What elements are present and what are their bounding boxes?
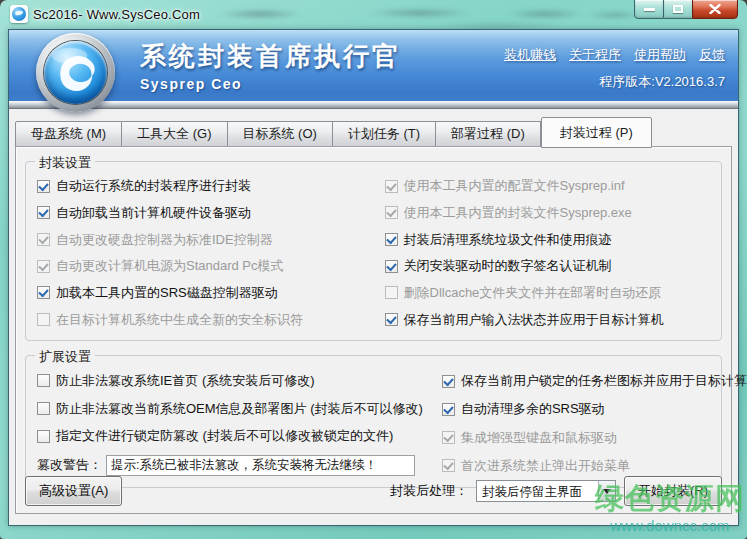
checkbox-row: 在目标计算机系统中生成全新的安全标识符 bbox=[37, 310, 366, 330]
brand-logo-icon bbox=[36, 33, 115, 112]
app-subtitle: Sysprep Ceo bbox=[140, 76, 401, 92]
group-title: 扩展设置 bbox=[35, 348, 95, 366]
minimize-button[interactable] bbox=[634, 0, 664, 19]
checkbox-label: 防止非法篡改系统IE首页 (系统安装后可修改) bbox=[56, 372, 315, 390]
checkbox-row[interactable]: 保存当前用户锁定的任务栏图标并应用于目标计算机 bbox=[442, 371, 747, 391]
checkbox-row[interactable]: 指定文件进行锁定防篡改 (封装后不可以修改被锁定的文件) bbox=[37, 426, 423, 446]
checkbox-label: 在目标计算机系统中生成全新的安全标识符 bbox=[56, 311, 303, 329]
checkbox-row: 集成增强型键盘和鼠标驱动 bbox=[442, 428, 747, 448]
app-title: 系统封装首席执行官 bbox=[140, 39, 401, 74]
checkbox-icon bbox=[37, 374, 50, 387]
tab-item[interactable]: 部署过程 (D) bbox=[436, 121, 541, 147]
app-icon bbox=[10, 5, 28, 23]
group-title: 封装设置 bbox=[35, 154, 95, 172]
checkbox-row: 使用本工具内置的封装文件Sysprep.exe bbox=[385, 203, 714, 223]
checkbox-row: 删除Dllcache文件夹文件并在部署时自动还原 bbox=[385, 283, 714, 303]
checkbox-row: 自动更改计算机电源为Standard Pc模式 bbox=[37, 256, 366, 276]
tab-item[interactable]: 母盘系统 (M) bbox=[15, 121, 122, 147]
footer-bar: 高级设置(A) 封装后处理： 封装后停留主界面 开始封装(R) bbox=[25, 473, 722, 509]
checkbox-row[interactable]: 自动清理多余的SRS驱动 bbox=[442, 399, 747, 419]
start-package-button[interactable]: 开始封装(R) bbox=[624, 476, 722, 506]
checkbox-label: 防止非法篡改当前系统OEM信息及部署图片 (封装后不可以修改) bbox=[56, 400, 423, 418]
checkbox-icon bbox=[385, 206, 398, 219]
checkbox-row: 使用本工具内置的配置文件Sysprep.inf bbox=[385, 176, 714, 196]
checkbox-label: 保存当前用户锁定的任务栏图标并应用于目标计算机 bbox=[461, 372, 747, 390]
checkbox-label: 集成增强型键盘和鼠标驱动 bbox=[461, 429, 617, 447]
banner-divider bbox=[9, 101, 738, 109]
close-button[interactable] bbox=[692, 0, 738, 19]
maximize-button[interactable] bbox=[664, 0, 692, 19]
checkbox-icon bbox=[385, 313, 398, 326]
window-controls bbox=[634, 0, 738, 19]
checkbox-icon bbox=[37, 233, 50, 246]
checkbox-label: 加载本工具内置的SRS磁盘控制器驱动 bbox=[56, 284, 278, 302]
app-window: 系统封装首席执行官 Sysprep Ceo 装机赚钱关于程序使用帮助反馈 程序版… bbox=[8, 29, 739, 526]
package-settings-left-column: 自动运行系统的封装程序进行封装自动卸载当前计算机硬件设备驱动自动更改硬盘控制器为… bbox=[26, 173, 374, 333]
post-process-select[interactable]: 封装后停留主界面 bbox=[476, 480, 616, 502]
checkbox-icon bbox=[37, 180, 50, 193]
header-banner: 系统封装首席执行官 Sysprep Ceo 装机赚钱关于程序使用帮助反馈 程序版… bbox=[9, 30, 738, 101]
tamper-warning-label: 篡改警告： bbox=[37, 456, 102, 474]
checkbox-row[interactable]: 封装后清理系统垃圾文件和使用痕迹 bbox=[385, 230, 714, 250]
checkbox-label: 使用本工具内置的配置文件Sysprep.inf bbox=[404, 177, 625, 195]
checkbox-icon bbox=[385, 286, 398, 299]
checkbox-row[interactable]: 自动卸载当前计算机硬件设备驱动 bbox=[37, 203, 366, 223]
minimize-icon bbox=[644, 8, 655, 11]
checkbox-label: 保存当前用户输入法状态并应用于目标计算机 bbox=[404, 311, 664, 329]
combo-dropdown-button[interactable] bbox=[598, 481, 615, 501]
checkbox-label: 指定文件进行锁定防篡改 (封装后不可以修改被锁定的文件) bbox=[56, 427, 393, 445]
checkbox-icon bbox=[37, 430, 50, 443]
tab-item-selected[interactable]: 封装过程 (P) bbox=[541, 117, 652, 148]
window-title: Sc2016- Www.SysCeo.Com bbox=[33, 7, 200, 22]
checkbox-row[interactable]: 关闭安装驱动时的数字签名认证机制 bbox=[385, 256, 714, 276]
advanced-settings-button[interactable]: 高级设置(A) bbox=[25, 476, 122, 506]
checkbox-label: 关闭安装驱动时的数字签名认证机制 bbox=[404, 257, 612, 275]
checkbox-icon bbox=[442, 431, 455, 444]
checkbox-label: 自动清理多余的SRS驱动 bbox=[461, 400, 605, 418]
group-package-settings: 封装设置 自动运行系统的封装程序进行封装自动卸载当前计算机硬件设备驱动自动更改硬… bbox=[25, 161, 722, 341]
checkbox-label: 删除Dllcache文件夹文件并在部署时自动还原 bbox=[404, 284, 662, 302]
extended-settings-left-column: 防止非法篡改系统IE首页 (系统安装后可修改)防止非法篡改当前系统OEM信息及部… bbox=[26, 367, 431, 480]
checkbox-label: 使用本工具内置的封装文件Sysprep.exe bbox=[404, 204, 632, 222]
checkbox-icon bbox=[37, 313, 50, 326]
checkbox-label: 自动更改计算机电源为Standard Pc模式 bbox=[56, 257, 284, 275]
extended-settings-right-column: 保存当前用户锁定的任务栏图标并应用于目标计算机自动清理多余的SRS驱动集成增强型… bbox=[431, 367, 747, 480]
checkbox-row[interactable]: 保存当前用户输入法状态并应用于目标计算机 bbox=[385, 310, 714, 330]
maximize-icon bbox=[673, 5, 683, 13]
checkbox-row: 自动更改硬盘控制器为标准IDE控制器 bbox=[37, 230, 366, 250]
header-link[interactable]: 使用帮助 bbox=[634, 46, 686, 64]
checkbox-icon bbox=[385, 180, 398, 193]
checkbox-row[interactable]: 防止非法篡改系统IE首页 (系统安装后可修改) bbox=[37, 371, 423, 391]
checkbox-icon bbox=[385, 233, 398, 246]
checkbox-row[interactable]: 防止非法篡改当前系统OEM信息及部署图片 (封装后不可以修改) bbox=[37, 399, 423, 419]
tab-strip: 母盘系统 (M)工具大全 (G)目标系统 (O)计划任务 (T)部署过程 (D)… bbox=[15, 116, 732, 147]
tab-item[interactable]: 目标系统 (O) bbox=[228, 121, 333, 147]
post-process-label: 封装后处理： bbox=[390, 482, 468, 500]
checkbox-row[interactable]: 加载本工具内置的SRS磁盘控制器驱动 bbox=[37, 283, 366, 303]
checkbox-icon bbox=[442, 375, 455, 388]
post-process-selected-value: 封装后停留主界面 bbox=[477, 481, 598, 501]
checkbox-icon bbox=[442, 459, 455, 472]
checkbox-icon bbox=[37, 286, 50, 299]
checkbox-row[interactable]: 自动运行系统的封装程序进行封装 bbox=[37, 176, 366, 196]
tab-item[interactable]: 计划任务 (T) bbox=[333, 121, 436, 147]
checkbox-icon bbox=[37, 402, 50, 415]
checkbox-icon bbox=[385, 260, 398, 273]
close-icon bbox=[709, 4, 721, 14]
group-extended-settings: 扩展设置 防止非法篡改系统IE首页 (系统安装后可修改)防止非法篡改当前系统OE… bbox=[25, 355, 722, 488]
header-link[interactable]: 关于程序 bbox=[569, 46, 621, 64]
header-links: 装机赚钱关于程序使用帮助反馈 bbox=[504, 46, 725, 64]
checkbox-icon bbox=[37, 260, 50, 273]
checkbox-label: 自动卸载当前计算机硬件设备驱动 bbox=[56, 204, 251, 222]
checkbox-label: 自动运行系统的封装程序进行封装 bbox=[56, 177, 251, 195]
checkbox-icon bbox=[37, 206, 50, 219]
chevron-down-icon bbox=[603, 489, 611, 494]
checkbox-icon bbox=[442, 403, 455, 416]
checkbox-label: 封装后清理系统垃圾文件和使用痕迹 bbox=[404, 231, 612, 249]
header-link[interactable]: 装机赚钱 bbox=[504, 46, 556, 64]
checkbox-label: 自动更改硬盘控制器为标准IDE控制器 bbox=[56, 231, 273, 249]
package-settings-right-column: 使用本工具内置的配置文件Sysprep.inf使用本工具内置的封装文件Syspr… bbox=[374, 173, 722, 333]
header-link[interactable]: 反馈 bbox=[699, 46, 725, 64]
desktop-glass-background: Sc2016- Www.SysCeo.Com 系统封装首席执行官 Sysprep… bbox=[0, 0, 747, 539]
tab-item[interactable]: 工具大全 (G) bbox=[122, 121, 227, 147]
